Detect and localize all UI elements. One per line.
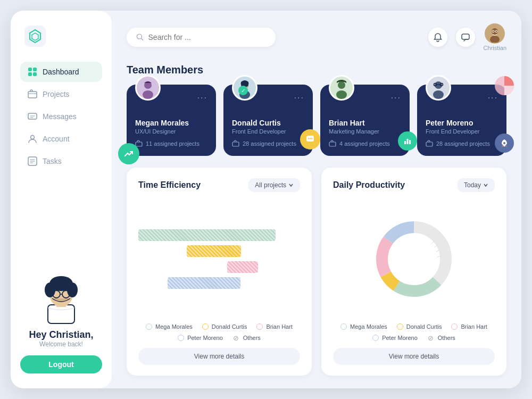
main-content: Christian Team Members [112, 11, 521, 388]
svg-point-14 [67, 282, 78, 297]
legend-label-brian: Brian Hart [266, 323, 293, 330]
donut-center [394, 239, 434, 279]
messages-icon [28, 112, 37, 121]
legend-slash-others: ⊘ [232, 334, 240, 342]
legend-label-peter: Peter Moreno [187, 335, 223, 341]
legend-item-brian: Brian Hart [256, 323, 293, 330]
legend-item-donald: Donald Curtis [202, 323, 247, 330]
sidebar-item-tasks[interactable]: Tasks [20, 151, 102, 171]
team-section: Team Members ··· [127, 64, 506, 168]
briefcase-icon-donald [232, 140, 239, 147]
donut-chart [371, 217, 456, 302]
chevron-down-icon [288, 182, 294, 188]
svg-rect-19 [462, 34, 469, 39]
app-container: Dashboard Projects Messages [11, 11, 521, 388]
sidebar-item-label-tasks: Tasks [43, 157, 62, 165]
svg-point-45 [435, 81, 442, 89]
member-role-peter: Front End Developer [426, 128, 498, 135]
filter-label: All projects [255, 181, 286, 189]
view-more-efficiency-button[interactable]: View more details [138, 348, 300, 365]
prod-legend-dot-megan [340, 323, 347, 330]
trend-up-icon [123, 148, 134, 159]
header-username: Christian [484, 45, 506, 51]
member-avatar-megan [135, 75, 161, 101]
member-card-content: Megan Morales UX/UI Designer 11 assigned… [135, 119, 207, 147]
time-efficiency-card: Time Efficiency All projects [127, 168, 312, 376]
member-name-donald: Donald Curtis [232, 119, 304, 127]
prod-legend-label-donald: Donald Curtis [406, 323, 442, 330]
legend-dot-brian [256, 323, 263, 330]
header: Christian [127, 23, 506, 51]
member-projects-peter: 28 assigned projects [426, 140, 498, 147]
svg-point-7 [31, 136, 35, 139]
briefcase-icon-brian [329, 140, 336, 147]
svg-rect-1 [28, 68, 32, 71]
rocket-badge [495, 134, 514, 153]
daily-productivity-title: Daily Productivity [333, 180, 405, 190]
prod-legend-dot-donald [397, 323, 403, 330]
donut-chart-container [333, 201, 495, 317]
member-projects-donald: 28 assigned projects [232, 140, 304, 147]
svg-rect-40 [329, 142, 336, 146]
bar-row-4 [138, 277, 300, 289]
daily-productivity-filter[interactable]: Today [458, 178, 495, 192]
sidebar-item-account[interactable]: Account [20, 129, 102, 149]
svg-point-39 [336, 90, 347, 99]
tasks-icon [28, 156, 37, 166]
member-menu-dots-brian[interactable]: ··· [391, 93, 401, 103]
filter-label-today: Today [464, 181, 481, 189]
productivity-legend: Mega Morales Donald Curtis Brian Hart Pe… [333, 323, 495, 342]
view-more-productivity-button[interactable]: View more details [333, 348, 495, 365]
svg-rect-0 [24, 26, 46, 47]
chart-header-productivity: Daily Productivity Today [333, 178, 495, 192]
prod-legend-dot-brian [451, 323, 458, 330]
member-card-brian: ··· Brian Hart Marketing Manager 4 assig… [320, 85, 410, 156]
prod-legend-slash-others: ⊘ [427, 334, 435, 342]
sidebar-item-label-messages: Messages [43, 112, 77, 121]
chat-button[interactable] [456, 28, 475, 47]
avatar-circle [485, 23, 505, 44]
account-icon [28, 134, 37, 144]
speech-bubble-icon [305, 135, 315, 144]
team-members-row: ··· Megan Morales UX/UI Designer 11 assi… [127, 85, 506, 156]
sidebar: Dashboard Projects Messages [11, 11, 112, 388]
member-card-megan: ··· Megan Morales UX/UI Designer 11 assi… [127, 85, 216, 156]
bell-icon [433, 32, 443, 42]
member-menu-dots-donald[interactable]: ··· [294, 93, 304, 103]
avatar-illustration-header [486, 24, 504, 43]
svg-rect-3 [28, 72, 32, 76]
member-projects-count-donald: 28 assigned projects [243, 140, 296, 147]
svg-point-13 [45, 282, 55, 297]
notifications-button[interactable] [428, 28, 447, 47]
chat-icon [461, 32, 470, 42]
search-bar[interactable] [127, 28, 276, 47]
time-efficiency-filter[interactable]: All projects [248, 178, 300, 192]
check-badge: ✓ [238, 86, 248, 95]
pie-chart-badge [494, 75, 515, 98]
user-avatar-header[interactable]: Christian [484, 23, 506, 51]
svg-rect-28 [136, 142, 142, 146]
svg-rect-42 [407, 139, 409, 144]
legend-dot-donald [202, 323, 209, 330]
bar-chart-icon [403, 137, 412, 145]
sidebar-item-projects[interactable]: Projects [20, 84, 102, 104]
member-avatar-brian [329, 75, 354, 101]
logout-button[interactable]: Logout [20, 355, 102, 373]
prod-legend-label-others: Others [438, 335, 455, 341]
search-input[interactable] [148, 33, 266, 41]
svg-rect-50 [426, 142, 433, 146]
sidebar-item-messages[interactable]: Messages [20, 106, 102, 127]
member-card-content-donald: Donald Curtis Front End Developer 28 ass… [232, 119, 304, 147]
search-icon [136, 33, 144, 41]
member-name-megan: Megan Morales [135, 119, 207, 127]
member-menu-dots[interactable]: ··· [197, 93, 207, 103]
charts-row: Time Efficiency All projects [127, 168, 506, 376]
svg-rect-32 [232, 142, 239, 146]
svg-rect-4 [33, 72, 37, 76]
sidebar-item-dashboard[interactable]: Dashboard [20, 62, 102, 82]
sidebar-logo [20, 26, 102, 47]
legend-item-others: ⊘ Others [232, 334, 261, 342]
member-projects-megan: 11 assigned projects [135, 140, 207, 147]
member-card-content-brian: Brian Hart Marketing Manager 4 assigned … [329, 119, 401, 147]
avatar-megan [137, 77, 159, 99]
